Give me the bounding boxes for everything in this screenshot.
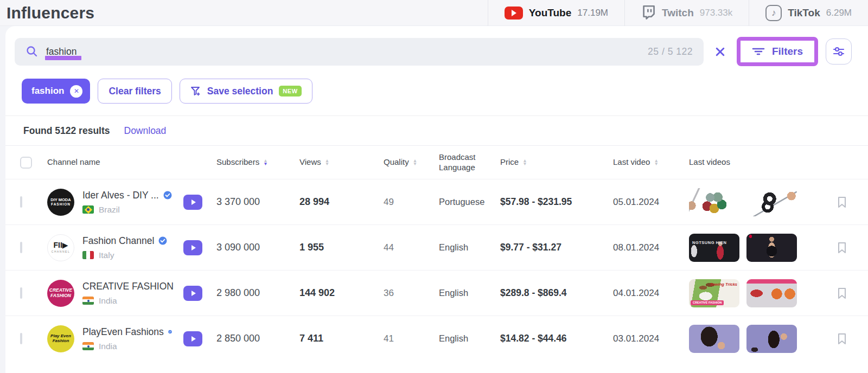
verified-badge-icon — [168, 327, 172, 336]
language-value: English — [439, 333, 500, 344]
play-button[interactable] — [183, 195, 202, 210]
new-badge: NEW — [279, 86, 301, 97]
header-subscribers[interactable]: Subscribers ▲▼ — [216, 157, 299, 168]
filters-label: Filters — [772, 46, 803, 57]
youtube-icon — [505, 7, 523, 20]
page-title: Influencers — [7, 4, 94, 22]
bookmark-button[interactable] — [836, 332, 848, 345]
country-label: India — [99, 296, 117, 306]
views-value: 144 902 — [299, 287, 384, 299]
verified-badge-icon — [163, 191, 172, 200]
header-broadcast-language: Broadcast Language — [439, 152, 493, 173]
row-checkbox[interactable] — [20, 242, 22, 253]
last-video-date: 03.01.2024 — [613, 333, 689, 344]
row-checkbox[interactable] — [20, 196, 22, 208]
bookmark-button[interactable] — [836, 196, 848, 209]
header-channel-name: Channel name — [47, 157, 216, 168]
save-selection-button[interactable]: Save selection NEW — [180, 79, 312, 104]
header-views[interactable]: Views ▲▼ — [299, 157, 384, 168]
subscribers-value: 3 370 000 — [216, 196, 299, 208]
avatar: FII▶CHANNEL — [47, 234, 74, 261]
video-thumbnail[interactable] — [746, 188, 797, 216]
channel-name[interactable]: Fashion Channel — [82, 235, 154, 247]
play-button[interactable] — [183, 331, 202, 346]
video-thumbnail[interactable] — [689, 325, 739, 353]
tab-youtube-count: 17.19M — [577, 8, 608, 18]
avatar: Play EvenFashion — [47, 325, 74, 352]
tiktok-icon: ♪ — [765, 5, 782, 21]
sort-icon-last-video[interactable]: ▲▼ — [654, 159, 658, 165]
country-label: Brazil — [99, 205, 120, 215]
brazil-flag-icon — [82, 205, 94, 214]
last-video-date: 04.01.2024 — [613, 288, 689, 299]
thumbnail-caption: CREATIVE FASHION — [691, 300, 724, 305]
main-card: 25 / 5 122 Filters fashion ✕ — [5, 26, 868, 373]
video-thumbnail[interactable] — [746, 279, 797, 307]
header-quality[interactable]: Quality ▲▼ — [384, 157, 439, 168]
top-bar: Influencers YouTube 17.19M Twitch 973.33… — [0, 0, 868, 26]
price-value: $9.77 - $31.27 — [500, 242, 613, 253]
country-label: Italy — [99, 250, 114, 260]
search-result-counter: 25 / 5 122 — [648, 46, 693, 57]
download-link[interactable]: Download — [124, 125, 167, 137]
views-value: 1 955 — [299, 242, 384, 253]
search-bar[interactable]: 25 / 5 122 — [15, 38, 704, 66]
channel-name[interactable]: Ider Alves - DIY ... — [82, 190, 159, 201]
tab-youtube[interactable]: YouTube 17.19M — [488, 0, 624, 26]
tab-youtube-label: YouTube — [529, 7, 571, 19]
table-row: DIY MODAFASHION Ider Alves - DIY ... Bra… — [5, 179, 868, 224]
advanced-settings-button[interactable] — [826, 38, 852, 65]
channel-name[interactable]: CREATIVE FASHION — [82, 281, 174, 292]
sort-icon-views[interactable]: ▲▼ — [325, 159, 329, 165]
quality-value: 41 — [384, 333, 439, 344]
play-button[interactable] — [183, 286, 202, 301]
row-checkbox[interactable] — [20, 333, 22, 344]
table-row: CREATIVEFASHION CREATIVE FASHION India 2… — [5, 270, 868, 316]
last-video-date: 08.01.2024 — [613, 242, 689, 253]
bookmark-icon — [836, 241, 848, 254]
verified-badge-icon — [158, 236, 167, 245]
bookmark-button[interactable] — [836, 287, 848, 300]
select-all-checkbox[interactable] — [20, 157, 32, 169]
video-thumbnail[interactable] — [689, 188, 739, 216]
quality-value: 44 — [384, 242, 439, 253]
filter-chip-fashion[interactable]: fashion ✕ — [22, 79, 90, 104]
clear-filters-button[interactable]: Clear filters — [98, 79, 171, 104]
save-selection-label: Save selection — [207, 86, 273, 97]
last-video-date: 05.01.2024 — [613, 197, 689, 208]
bookmark-icon — [836, 287, 848, 300]
video-thumbnail[interactable]: NGTSUNG HIEN — [689, 234, 739, 262]
table-header: Channel name Subscribers ▲▼ Views ▲▼ Qua… — [5, 145, 868, 179]
filters-button[interactable]: Filters — [741, 41, 814, 62]
clear-search-button[interactable] — [714, 46, 726, 57]
tab-tiktok[interactable]: ♪ TikTok 6.29M — [749, 0, 868, 26]
italy-flag-icon — [82, 251, 94, 259]
clear-filters-label: Clear filters — [108, 86, 161, 97]
thumbnail-caption: Sewing Tricks — [710, 282, 737, 287]
tab-tiktok-label: TikTok — [788, 7, 820, 19]
quality-value: 49 — [384, 197, 439, 208]
remove-filter-icon[interactable]: ✕ — [70, 85, 82, 98]
header-last-video[interactable]: Last video ▲▼ — [613, 157, 689, 168]
bookmark-button[interactable] — [836, 241, 848, 254]
twitch-icon — [641, 5, 656, 21]
search-row: 25 / 5 122 Filters — [5, 37, 868, 66]
video-thumbnail[interactable] — [746, 325, 797, 353]
video-thumbnail[interactable] — [746, 234, 797, 262]
play-button[interactable] — [183, 240, 202, 255]
tab-twitch[interactable]: Twitch 973.33k — [624, 0, 749, 26]
sort-icon-subscribers[interactable]: ▲▼ — [263, 159, 267, 165]
row-checkbox[interactable] — [20, 287, 22, 299]
funnel-plus-icon — [190, 86, 201, 97]
views-value: 7 411 — [299, 333, 384, 344]
avatar: CREATIVEFASHION — [47, 280, 74, 307]
sort-icon-quality[interactable]: ▲▼ — [413, 159, 417, 165]
table-row: Play EvenFashion PlayEven Fashions India… — [5, 316, 868, 361]
tab-twitch-label: Twitch — [662, 7, 694, 19]
price-value: $289.8 - $869.4 — [500, 287, 613, 299]
header-price[interactable]: Price ▲▼ — [500, 157, 613, 168]
channel-name[interactable]: PlayEven Fashions — [82, 326, 164, 338]
sort-icon-price[interactable]: ▲▼ — [522, 159, 527, 165]
india-flag-icon — [82, 297, 94, 305]
video-thumbnail[interactable]: Sewing Tricks CREATIVE FASHION — [689, 279, 739, 307]
